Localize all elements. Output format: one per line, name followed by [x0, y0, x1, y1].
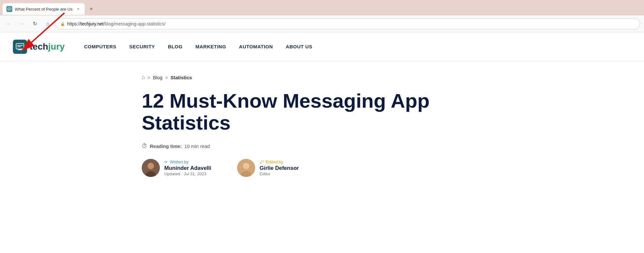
reading-time-label: Reading time:	[150, 143, 182, 149]
nav-link-about-us[interactable]: ABOUT US	[286, 44, 312, 49]
nav-links: COMPUTERS SECURITY BLOG MARKETING AUTOMA…	[84, 44, 312, 50]
author-name-muninder: Muninder Adavelli	[164, 165, 211, 171]
authors-row: ✏ Written by Muninder Adavelli Updated ·…	[142, 159, 503, 177]
edited-icon: 🖊	[260, 160, 264, 164]
address-bar: ← → ↻ ⌂ 🔒 https://techjury.net/blog/mess…	[0, 15, 644, 32]
nav-link-blog[interactable]: BLOG	[168, 44, 182, 49]
nav-link-automation[interactable]: AUTOMATION	[239, 44, 273, 49]
breadcrumb-sep-1: >	[148, 75, 150, 80]
nav-link-marketing[interactable]: MARKETING	[195, 44, 226, 49]
logo[interactable]: techjury	[13, 40, 65, 54]
author-avatar-muninder	[142, 159, 160, 177]
clock-icon: ⏱	[142, 143, 147, 149]
browser-frame: What Percent of People are Us × + ← → ↻ …	[0, 0, 644, 190]
url-bar[interactable]: 🔒 https://techjury.net/blog/messaging-ap…	[55, 18, 640, 29]
reading-time-value: 10 min read	[184, 143, 210, 149]
svg-point-5	[148, 163, 154, 169]
breadcrumb-blog[interactable]: Blog	[153, 75, 162, 80]
svg-rect-3	[16, 44, 24, 49]
back-button[interactable]: ←	[4, 19, 14, 29]
reading-time: ⏱ Reading time: 10 min read	[142, 143, 503, 149]
edited-by-label: Edited by	[266, 160, 283, 164]
breadcrumb: ⌂ > Blog > Statistics	[142, 74, 503, 80]
active-tab[interactable]: What Percent of People are Us ×	[3, 3, 85, 15]
new-tab-button[interactable]: +	[86, 4, 96, 14]
main-content: ⌂ > Blog > Statistics 12 Must-Know Messa…	[0, 62, 515, 190]
page-content: techjury COMPUTERS SECURITY BLOG MARKETI…	[0, 32, 644, 190]
author-written-by: ✏ Written by Muninder Adavelli Updated ·…	[142, 159, 211, 177]
tab-bar: What Percent of People are Us × +	[0, 0, 644, 15]
url-text: https://techjury.net/blog/messaging-app-…	[67, 21, 635, 26]
logo-text: techjury	[30, 42, 65, 52]
author-info-girlie: 🖊 Edited by Girlie Defensor Editor	[260, 160, 299, 176]
reload-button[interactable]: ↻	[30, 19, 40, 29]
breadcrumb-current: Statistics	[170, 75, 192, 80]
lock-icon: 🔒	[60, 22, 65, 26]
svg-point-8	[243, 163, 249, 169]
article-title: 12 Must-Know Messaging App Statistics	[142, 90, 432, 134]
nav-link-security[interactable]: SECURITY	[129, 44, 155, 49]
nav-link-computers[interactable]: COMPUTERS	[84, 44, 116, 49]
author-name-girlie: Girlie Defensor	[260, 165, 299, 171]
site-nav: techjury COMPUTERS SECURITY BLOG MARKETI…	[0, 32, 644, 61]
breadcrumb-sep-2: >	[165, 75, 168, 80]
forward-button[interactable]: →	[17, 19, 27, 29]
tab-close-button[interactable]: ×	[75, 6, 81, 12]
tab-favicon	[6, 6, 12, 12]
author-meta-muninder: Updated · Jul 31, 2023	[164, 171, 211, 176]
author-edited-by: 🖊 Edited by Girlie Defensor Editor	[237, 159, 299, 177]
home-button[interactable]: ⌂	[43, 19, 53, 29]
breadcrumb-home-icon[interactable]: ⌂	[142, 74, 145, 80]
logo-icon	[13, 40, 27, 54]
author-meta-girlie: Editor	[260, 171, 299, 176]
author-info-muninder: ✏ Written by Muninder Adavelli Updated ·…	[164, 160, 211, 176]
written-by-label: Written by	[170, 160, 188, 164]
author-avatar-girlie	[237, 159, 255, 177]
tab-title: What Percent of People are Us	[15, 7, 72, 12]
written-icon: ✏	[164, 160, 168, 164]
